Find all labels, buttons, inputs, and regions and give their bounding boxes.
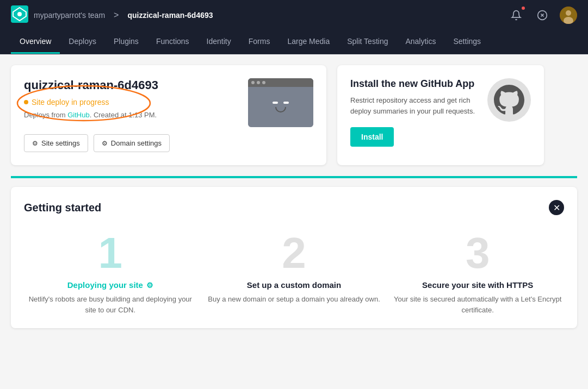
tab-functions[interactable]: Functions [147,30,198,54]
getting-started-title: Getting started [24,202,101,214]
main-content: quizzical-raman-6d4693 Site deploy in pr… [0,54,588,176]
gear-icon-site: ⚙ [32,140,38,147]
github-title: Install the new GitHub App [350,78,476,90]
gs-steps: 1 Deploying your site ⚙ Netlify's robots… [24,231,564,315]
github-logo [487,78,531,122]
step-1-title[interactable]: Deploying your site ⚙ [24,280,197,290]
step-2-desc: Buy a new domain or setup a domain you a… [208,294,381,305]
tab-analytics[interactable]: Analytics [397,30,444,54]
step-3-title: Secure your site with HTTPS [391,280,564,290]
notification-wrapper [507,7,525,24]
tab-forms[interactable]: Forms [240,30,279,54]
tab-identity[interactable]: Identity [198,30,240,54]
site-title: quizzical-raman-6d4693 [24,78,235,92]
svg-point-2 [17,12,22,16]
site-card: quizzical-raman-6d4693 Site deploy in pr… [11,65,326,165]
gear-icon-step1: ⚙ [146,281,153,290]
close-button[interactable] [534,7,551,24]
breadcrumb-separator: > [114,10,119,20]
step-3-number: 3 [391,231,564,275]
teal-separator [11,176,577,178]
tab-overview[interactable]: Overview [11,30,60,54]
step-2-number: 2 [208,231,381,275]
step-2: 2 Set up a custom domain Buy a new domai… [208,231,381,315]
status-text: Site deploy in progress [32,98,109,106]
status-dot [24,100,28,104]
tab-deploys[interactable]: Deploys [60,30,105,54]
tab-large-media[interactable]: Large Media [278,30,338,54]
gs-header: Getting started ✕ [24,200,564,215]
site-info: quizzical-raman-6d4693 Site deploy in pr… [24,78,235,152]
tab-settings[interactable]: Settings [444,30,490,54]
github-link[interactable]: GitHub [67,111,89,119]
avatar[interactable] [560,7,577,24]
getting-started-close-button[interactable]: ✕ [549,200,564,215]
deploy-status: Site deploy in progress [24,98,157,106]
github-card: Install the new GitHub App Restrict repo… [337,65,544,165]
team-name: mypartyparrot's team [34,11,105,20]
step-3: 3 Secure your site with HTTPS Your site … [391,231,564,315]
top-bar-right [507,7,577,24]
nav-tabs: Overview Deploys Plugins Functions Ident… [0,30,588,54]
top-bar-left: mypartyparrot's team > quizzical-raman-6… [11,5,213,25]
notification-badge [521,5,526,11]
step-1: 1 Deploying your site ⚙ Netlify's robots… [24,231,197,315]
site-name-header: quizzical-raman-6d4693 [127,11,213,20]
github-logo-container [487,78,531,122]
github-desc: Restrict repository access and get rich … [350,95,476,116]
github-card-content: Install the new GitHub App Restrict repo… [350,78,476,147]
step-2-title: Set up a custom domain [208,280,381,290]
step-1-number: 1 [24,231,197,275]
step-1-desc: Netlify's robots are busy building and d… [24,294,197,315]
domain-settings-button[interactable]: ⚙ Domain settings [94,134,170,152]
tab-split-testing[interactable]: Split Testing [338,30,397,54]
getting-started: Getting started ✕ 1 Deploying your site … [11,187,577,328]
preview-face [273,102,289,112]
install-button[interactable]: Install [350,127,394,147]
tab-plugins[interactable]: Plugins [105,30,147,54]
card-actions: ⚙ Site settings ⚙ Domain settings [24,134,235,152]
svg-point-7 [566,10,571,16]
netlify-logo [11,5,28,25]
gear-icon-domain: ⚙ [102,140,108,147]
top-bar: mypartyparrot's team > quizzical-raman-6… [0,0,588,30]
step-3-desc: Your site is secured automatically with … [391,294,564,315]
site-settings-button[interactable]: ⚙ Site settings [24,134,88,152]
deploy-info: Deploys from GitHub. Created at 1:13 PM. [24,111,157,119]
site-preview [248,78,313,127]
